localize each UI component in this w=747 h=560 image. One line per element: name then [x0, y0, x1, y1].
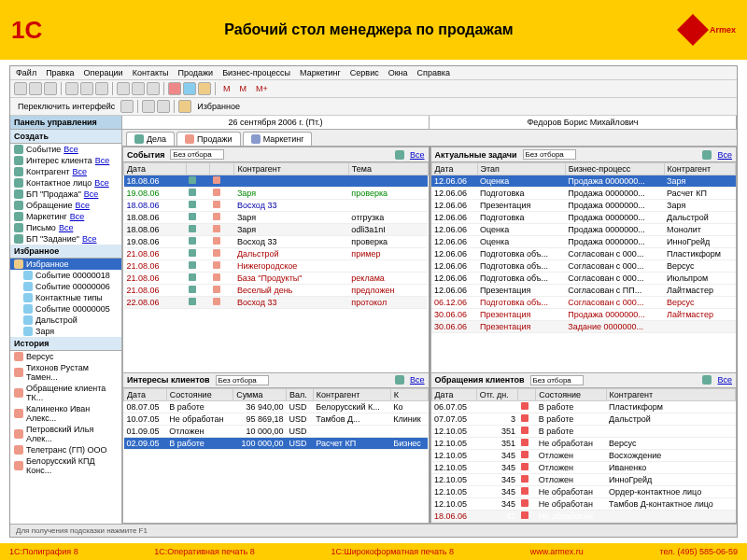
events-filter[interactable]: Без отбора [170, 149, 223, 160]
menu-sales[interactable]: Продажи [178, 68, 214, 77]
table-row[interactable]: 01.09.05Отложен10 000,00USD [124, 425, 429, 437]
appeals-grid[interactable]: ДатаОтг. дн.СостояниеКонтрагент06.07.05В… [431, 388, 737, 523]
menu-ops[interactable]: Операции [84, 68, 123, 77]
sidebar-hist-item[interactable]: Калиненко Иван Алекс... [10, 403, 121, 424]
table-row[interactable]: 12.06.06ПодготовкаПродажа 0000000...Расч… [431, 188, 736, 200]
star-icon[interactable] [178, 100, 191, 113]
table-row[interactable]: 21.08.06Нижегородское [124, 260, 429, 273]
tab-dela[interactable]: Дела [126, 132, 175, 146]
table-row[interactable]: 07.07.053В работеДальстрой [431, 413, 736, 425]
interests-filter[interactable]: Без отбора [216, 375, 269, 385]
sidebar-create-item[interactable]: Маркетинг Все [10, 211, 121, 222]
favorites-button[interactable]: Избранное [193, 102, 244, 111]
table-row[interactable]: 12.10.05351В работе [431, 425, 736, 437]
table-row[interactable]: 18.08.06 [124, 175, 429, 188]
table-row[interactable]: 22.08.06Восход 33протокол [124, 297, 429, 309]
events-grid[interactable]: ДатаКонтрагентТема18.08.0619.08.06Заряпр… [123, 162, 429, 372]
tasks-filter[interactable]: Без отбора [523, 149, 576, 160]
table-row[interactable]: 10.07.05Не обработан95 869,18USDТамбов Д… [124, 413, 429, 425]
sidebar-create-item[interactable]: Интерес клиента Все [10, 155, 121, 166]
table-row[interactable]: 18.06.0642Не обработан [431, 510, 736, 522]
table-row[interactable]: 12.06.06ПодготовкаПродажа 0000000...Даль… [431, 212, 736, 224]
filter-icon[interactable] [702, 150, 712, 160]
sidebar-fav-item[interactable]: Событие 00000018 [20, 270, 121, 281]
appeals-filter[interactable]: Без отбора [530, 375, 584, 385]
table-row[interactable]: 06.12.06Подготовка объ...Согласован с 00… [431, 297, 736, 309]
tb-m1[interactable]: M [219, 84, 234, 93]
table-row[interactable]: 12.06.06ОценкаПродажа 0000000...Монолит [431, 224, 736, 236]
menu-service[interactable]: Сервис [350, 68, 379, 77]
table-row[interactable]: 12.10.05345Не обработанОрдер-контактное … [431, 485, 736, 497]
tb-copy-icon[interactable] [80, 82, 93, 95]
sidebar-fav-item[interactable]: Заря [20, 326, 121, 337]
tasks-all-link[interactable]: Все [717, 150, 732, 160]
sidebar-create-item[interactable]: Контактное лицо Все [10, 177, 121, 189]
menu-marketing[interactable]: Маркетинг [300, 68, 341, 77]
tab-marketing[interactable]: Маркетинг [243, 132, 313, 146]
table-row[interactable]: 12.06.06ПрезентацияПродажа 0000000...Зар… [431, 200, 736, 212]
menu-windows[interactable]: Окна [388, 68, 408, 77]
user-label[interactable]: Федоров Борис Михайлович [430, 116, 737, 129]
menu-edit[interactable]: Правка [46, 68, 74, 77]
tb-fav2-icon[interactable] [157, 100, 170, 113]
table-row[interactable]: 12.06.06Подготовка объ...Согласован с 00… [431, 248, 736, 260]
table-row[interactable]: 12.06.06ОценкаПродажа 0000000...Заря [431, 175, 736, 188]
tb-m3[interactable]: M+ [252, 84, 272, 93]
sidebar-fav-item[interactable]: Событие 00000005 [20, 303, 121, 315]
table-row[interactable]: 19.08.06Заряпроверка [124, 188, 429, 200]
sidebar-create-item[interactable]: БП "Задание" Все [10, 233, 121, 245]
table-row[interactable]: 12.10.05351Не обработанВерсус [431, 437, 736, 449]
table-row[interactable]: 30.06.06ПрезентацияПродажа 0000000...Лай… [431, 309, 736, 321]
sidebar-fav-item[interactable]: Событие 00000006 [20, 281, 121, 292]
table-row[interactable]: 12.10.05345ОтложенВосхождение [431, 449, 736, 461]
interests-grid[interactable]: ДатаСостояниеСуммаВал.КонтрагентК08.07.0… [123, 388, 429, 523]
table-row[interactable]: 02.09.05В работе100 000,00USDРасчет КПБи… [124, 437, 429, 449]
tb-cut-icon[interactable] [65, 82, 78, 95]
tasks-grid[interactable]: ДатаЭтапБизнес-процессКонтрагент12.06.06… [431, 162, 737, 372]
tb-calc-icon[interactable] [132, 82, 145, 95]
table-row[interactable]: 12.06.06ОценкаПродажа 0000000...ИнноГрей… [431, 236, 736, 248]
table-row[interactable]: 12.06.06Подготовка объ...Согласован с 00… [431, 273, 736, 285]
menu-bp[interactable]: Бизнес-процессы [222, 68, 290, 77]
menu-file[interactable]: Файл [16, 68, 36, 77]
table-row[interactable]: 12.06.06ПрезентацияСогласован с ПП...Лай… [431, 285, 736, 297]
tb-m2[interactable]: M [236, 84, 251, 93]
table-row[interactable]: 12.10.05345Не обработанТамбов Д-контактн… [431, 497, 736, 510]
tb-new-icon[interactable] [14, 82, 27, 95]
interests-all-link[interactable]: Все [410, 375, 425, 385]
sidebar-fav-item[interactable]: Дальстрой [20, 315, 121, 326]
tb-fav1-icon[interactable] [142, 100, 155, 113]
sidebar-hist-item[interactable]: Белорусский КПД Конс... [10, 455, 121, 476]
sidebar-create-item[interactable]: Контрагент Все [10, 166, 121, 177]
table-row[interactable]: 18.08.06Заряodli3a1nI [124, 224, 429, 236]
menu-contacts[interactable]: Контакты [133, 68, 169, 77]
table-row[interactable]: 12.10.05345ОтложенИнноГрейд [431, 473, 736, 485]
menu-help[interactable]: Справка [417, 68, 450, 77]
sidebar-hist-item[interactable]: Обращение клиента ТК... [10, 383, 121, 403]
table-row[interactable]: 19.08.06Восход 33проверка [124, 236, 429, 248]
chevron-down-icon[interactable] [120, 100, 134, 113]
sidebar-create-item[interactable]: БП "Продажа" Все [10, 189, 121, 200]
sidebar-create-item[interactable]: Письмо Все [10, 222, 121, 233]
sidebar-create-item[interactable]: Обращение Все [10, 200, 121, 211]
filter-icon[interactable] [395, 150, 404, 160]
sidebar-create-item[interactable]: Событие Все [10, 144, 121, 155]
table-row[interactable]: 30.06.06ПрезентацияЗадание 0000000... [431, 321, 736, 333]
appeals-all-link[interactable]: Все [717, 375, 732, 385]
table-row[interactable]: 21.08.06Дальстройпример [124, 248, 429, 260]
tb-open-icon[interactable] [29, 82, 42, 95]
tb-calendar-icon[interactable] [147, 82, 160, 95]
filter-icon[interactable] [702, 375, 712, 385]
table-row[interactable]: 12.10.05345ОтложенИваненко [431, 461, 736, 473]
tb-find-icon[interactable] [117, 82, 130, 95]
sidebar-fav-item[interactable]: Контактные типы [20, 292, 121, 303]
table-row[interactable]: 21.08.06База "Продукты"реклама [124, 273, 429, 285]
table-row[interactable]: 18.08.06Заряотгрузка [124, 212, 429, 224]
table-row[interactable]: 12.06.06Подготовка объ...Согласован с 00… [431, 260, 736, 273]
filter-icon[interactable] [395, 375, 404, 385]
table-row[interactable]: 06.07.05В работеПластикформ [431, 400, 736, 413]
tb-paste-icon[interactable] [95, 82, 108, 95]
sidebar-hist-item[interactable]: Петровский Илья Алек... [10, 424, 121, 444]
sidebar-hist-item[interactable]: Тихонов Рустам Тамен... [10, 362, 121, 383]
sidebar-hist-item[interactable]: Телетранс (ГП) ООО [10, 444, 121, 455]
